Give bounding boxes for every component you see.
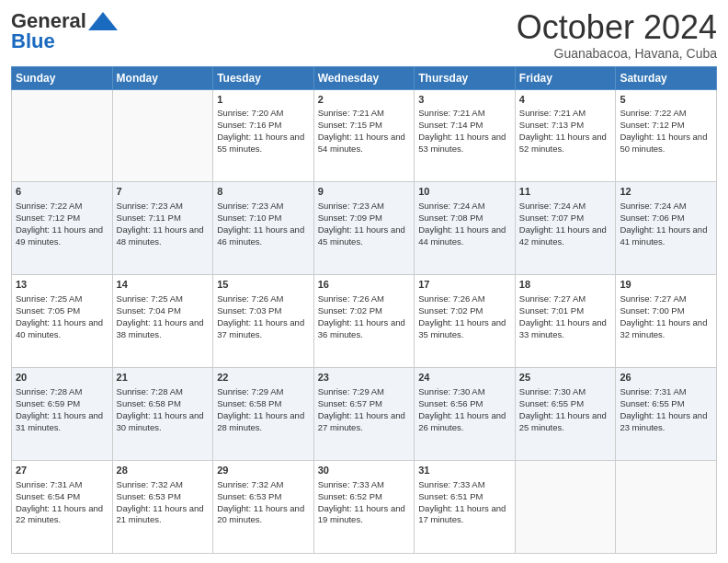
calendar-cell: 21Sunrise: 7:28 AMSunset: 6:58 PMDayligh… <box>112 368 213 461</box>
calendar-cell: 19Sunrise: 7:27 AMSunset: 7:00 PMDayligh… <box>616 275 717 368</box>
sunset-text: Sunset: 7:06 PM <box>620 213 684 223</box>
day-number: 9 <box>318 185 411 199</box>
sunset-text: Sunset: 7:02 PM <box>418 305 483 316</box>
col-header-friday: Friday <box>515 66 616 89</box>
sunrise-text: Sunrise: 7:23 AM <box>318 201 384 211</box>
logo-icon <box>88 12 118 30</box>
sunrise-text: Sunrise: 7:33 AM <box>318 479 384 489</box>
sunset-text: Sunset: 6:51 PM <box>418 491 483 501</box>
calendar-week-row: 27Sunrise: 7:31 AMSunset: 6:54 PMDayligh… <box>12 461 717 554</box>
sunrise-text: Sunrise: 7:20 AM <box>217 108 283 118</box>
daylight-text: Daylight: 11 hours and 49 minutes. <box>16 224 103 247</box>
daylight-text: Daylight: 11 hours and 25 minutes. <box>519 410 607 432</box>
daylight-text: Daylight: 11 hours and 55 minutes. <box>217 132 304 154</box>
daylight-text: Daylight: 11 hours and 44 minutes. <box>418 224 506 247</box>
day-number: 6 <box>16 185 108 199</box>
daylight-text: Daylight: 11 hours and 37 minutes. <box>217 317 304 339</box>
sunrise-text: Sunrise: 7:21 AM <box>418 108 484 118</box>
day-number: 4 <box>519 93 612 107</box>
day-number: 14 <box>117 278 210 292</box>
sunset-text: Sunset: 6:58 PM <box>117 398 181 408</box>
calendar-cell: 2Sunrise: 7:21 AMSunset: 7:15 PMDaylight… <box>313 89 415 182</box>
month-title: October 2024 <box>517 9 717 46</box>
sunset-text: Sunset: 7:01 PM <box>519 305 584 316</box>
sunset-text: Sunset: 6:57 PM <box>318 398 382 408</box>
sunrise-text: Sunrise: 7:28 AM <box>16 386 82 396</box>
sunset-text: Sunset: 7:12 PM <box>620 120 684 130</box>
day-number: 3 <box>418 93 511 107</box>
day-number: 28 <box>117 464 210 477</box>
day-number: 12 <box>620 185 712 199</box>
calendar-cell: 1Sunrise: 7:20 AMSunset: 7:16 PMDaylight… <box>213 89 314 182</box>
title-block: October 2024 Guanabacoa, Havana, Cuba <box>517 9 717 61</box>
sunset-text: Sunset: 6:53 PM <box>217 491 281 501</box>
sunrise-text: Sunrise: 7:29 AM <box>318 386 384 396</box>
calendar-cell <box>12 89 113 182</box>
daylight-text: Daylight: 11 hours and 17 minutes. <box>418 503 506 525</box>
sunrise-text: Sunrise: 7:29 AM <box>217 386 283 396</box>
sunrise-text: Sunrise: 7:21 AM <box>519 108 586 118</box>
day-number: 13 <box>16 278 108 292</box>
daylight-text: Daylight: 11 hours and 52 minutes. <box>519 132 607 154</box>
sunset-text: Sunset: 6:58 PM <box>217 398 281 408</box>
calendar-cell: 8Sunrise: 7:23 AMSunset: 7:10 PMDaylight… <box>213 182 314 275</box>
daylight-text: Daylight: 11 hours and 19 minutes. <box>318 503 405 525</box>
calendar-cell: 10Sunrise: 7:24 AMSunset: 7:08 PMDayligh… <box>415 182 516 275</box>
col-header-thursday: Thursday <box>415 66 516 89</box>
sunset-text: Sunset: 7:11 PM <box>117 213 181 223</box>
daylight-text: Daylight: 11 hours and 22 minutes. <box>16 503 103 525</box>
daylight-text: Daylight: 11 hours and 30 minutes. <box>117 410 204 432</box>
sunrise-text: Sunrise: 7:21 AM <box>318 108 384 118</box>
daylight-text: Daylight: 11 hours and 20 minutes. <box>217 503 304 525</box>
sunrise-text: Sunrise: 7:28 AM <box>117 386 183 396</box>
calendar-cell: 14Sunrise: 7:25 AMSunset: 7:04 PMDayligh… <box>112 275 213 368</box>
day-number: 2 <box>318 93 411 107</box>
day-number: 5 <box>620 93 712 107</box>
calendar-cell: 12Sunrise: 7:24 AMSunset: 7:06 PMDayligh… <box>616 182 717 275</box>
daylight-text: Daylight: 11 hours and 23 minutes. <box>620 410 707 432</box>
day-number: 16 <box>318 278 411 292</box>
col-header-wednesday: Wednesday <box>313 66 415 89</box>
sunrise-text: Sunrise: 7:22 AM <box>620 108 686 118</box>
day-number: 17 <box>418 278 511 292</box>
logo: General Blue <box>11 9 118 53</box>
header: General Blue October 2024 Guanabacoa, Ha… <box>11 9 717 61</box>
day-number: 29 <box>217 464 310 477</box>
sunset-text: Sunset: 7:00 PM <box>620 305 684 316</box>
daylight-text: Daylight: 11 hours and 38 minutes. <box>117 317 204 339</box>
sunset-text: Sunset: 6:55 PM <box>519 398 584 408</box>
daylight-text: Daylight: 11 hours and 33 minutes. <box>519 317 607 339</box>
daylight-text: Daylight: 11 hours and 45 minutes. <box>318 224 405 247</box>
day-number: 15 <box>217 278 310 292</box>
sunset-text: Sunset: 7:04 PM <box>117 305 181 316</box>
calendar-table: SundayMondayTuesdayWednesdayThursdayFrid… <box>11 66 717 554</box>
sunrise-text: Sunrise: 7:23 AM <box>217 201 283 211</box>
day-number: 7 <box>117 185 210 199</box>
calendar-week-row: 1Sunrise: 7:20 AMSunset: 7:16 PMDaylight… <box>12 89 717 182</box>
day-number: 1 <box>217 93 310 107</box>
calendar-cell: 9Sunrise: 7:23 AMSunset: 7:09 PMDaylight… <box>313 182 415 275</box>
sunrise-text: Sunrise: 7:27 AM <box>620 293 686 304</box>
daylight-text: Daylight: 11 hours and 21 minutes. <box>117 503 204 525</box>
sunrise-text: Sunrise: 7:27 AM <box>519 293 586 304</box>
sunset-text: Sunset: 6:54 PM <box>16 491 80 501</box>
calendar-cell: 13Sunrise: 7:25 AMSunset: 7:05 PMDayligh… <box>12 275 113 368</box>
logo-blue: Blue <box>11 29 55 53</box>
sunset-text: Sunset: 7:14 PM <box>418 120 483 130</box>
calendar-week-row: 13Sunrise: 7:25 AMSunset: 7:05 PMDayligh… <box>12 275 717 368</box>
calendar-cell: 24Sunrise: 7:30 AMSunset: 6:56 PMDayligh… <box>415 368 516 461</box>
sunrise-text: Sunrise: 7:25 AM <box>16 293 82 304</box>
calendar-cell: 20Sunrise: 7:28 AMSunset: 6:59 PMDayligh… <box>12 368 113 461</box>
daylight-text: Daylight: 11 hours and 27 minutes. <box>318 410 405 432</box>
sunset-text: Sunset: 6:55 PM <box>620 398 684 408</box>
sunrise-text: Sunrise: 7:24 AM <box>418 201 484 211</box>
daylight-text: Daylight: 11 hours and 46 minutes. <box>217 224 304 247</box>
sunrise-text: Sunrise: 7:32 AM <box>117 479 183 489</box>
col-header-saturday: Saturday <box>616 66 717 89</box>
sunset-text: Sunset: 6:52 PM <box>318 491 382 501</box>
daylight-text: Daylight: 11 hours and 41 minutes. <box>620 224 707 247</box>
calendar-week-row: 20Sunrise: 7:28 AMSunset: 6:59 PMDayligh… <box>12 368 717 461</box>
daylight-text: Daylight: 11 hours and 53 minutes. <box>418 132 506 154</box>
daylight-text: Daylight: 11 hours and 26 minutes. <box>418 410 506 432</box>
sunrise-text: Sunrise: 7:23 AM <box>117 201 183 211</box>
